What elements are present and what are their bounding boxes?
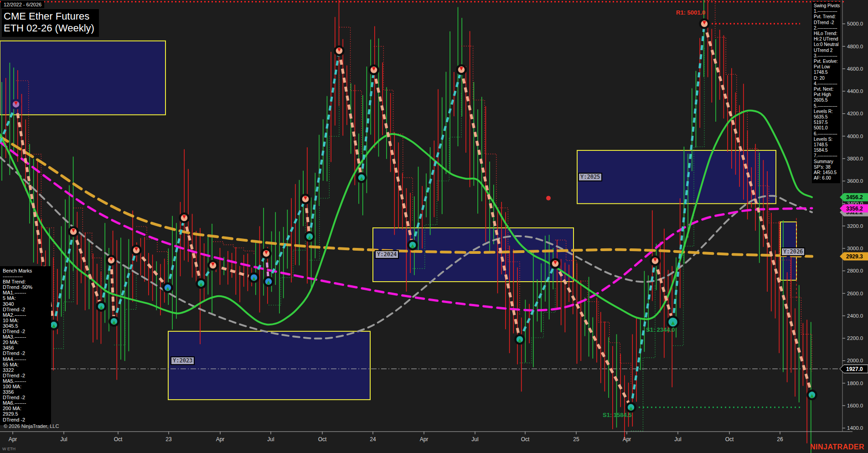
swing-pivots-line: AR: 1450.5 <box>814 170 840 175</box>
bench-marks-line: MA2.------- <box>3 312 51 318</box>
price-axis-tick-label: 5000.0 <box>847 21 863 26</box>
swing-pivots-line: Lo:0 Neutral <box>814 42 840 47</box>
price-axis-tick-label: 4000.0 <box>847 134 863 139</box>
bench-marks-line: 200 MA: <box>3 406 51 411</box>
bench-marks-line: 3456 <box>3 345 51 350</box>
price-axis-tick-label: 2000.0 <box>847 358 863 363</box>
swing-pivots-line: 2.------------- <box>814 26 840 31</box>
time-axis-tick-label: 24 <box>370 436 376 443</box>
copyright-watermark: © 2026 NinjaTrader, LLC <box>4 423 59 429</box>
time-axis-tick-label: 23 <box>165 436 172 443</box>
time-axis-tick-label: Apr <box>623 436 631 443</box>
instrument-name: CME Ether Futures <box>4 10 94 22</box>
bench-marks-line: 5 MA: <box>3 295 51 301</box>
price-tags-layer: 3322.23456.23356.22929.31927.0 <box>840 193 868 373</box>
chart-title: CME Ether Futures ETH 02-26 (Weekly) <box>2 9 99 37</box>
swing-pivots-line: Pvt Low <box>814 64 840 70</box>
year-marker-label: Y:2026 <box>781 247 805 256</box>
swing-pivots-line: 7.------------- <box>814 153 840 159</box>
price-axis-tick-label: 3600.0 <box>847 178 863 184</box>
bench-marks-line: MA3.------- <box>3 334 51 340</box>
price-axis-tick-label: 3800.0 <box>847 156 863 161</box>
bench-marks-line: DTrend -2 <box>3 329 51 334</box>
price-axis-tick-label: 4600.0 <box>847 66 863 72</box>
bench-marks-line: 3322 <box>3 367 51 373</box>
swing-pivots-line: Pvt. Next: <box>814 87 840 92</box>
price-axis-tick-label: 2600.0 <box>847 291 863 296</box>
bench-marks-line: DTrend -50% <box>3 284 51 290</box>
swing-pivots-line: AF: 6.00 <box>814 175 840 181</box>
year-box-Y2024 <box>373 228 574 282</box>
swing-pivots-line: Swing Pivots <box>814 3 840 9</box>
bench-marks-line: 3356 <box>3 389 51 395</box>
year-marker-label: Y:2024 <box>375 250 399 259</box>
resistance-r1-label: R1: 5001.0 <box>676 9 705 16</box>
bench-marks-line: 2929.5 <box>3 411 51 417</box>
contract-and-period: ETH 02-26 (Weekly) <box>4 22 94 34</box>
swing-pivots-line: 1.------------- <box>814 9 840 14</box>
bench-marks-line: MA6.------- <box>3 400 51 406</box>
bench-marks-line: 10 MA: <box>3 318 51 323</box>
bench-marks-line: Bench Marks <box>3 268 51 273</box>
price-axis-tick-label: 4800.0 <box>847 44 863 49</box>
swing-pivots-line: 1584.5 <box>814 148 840 153</box>
swing-pivots-line: Pvt. Evolve: <box>814 59 840 64</box>
price-axis-tick-label: 2200.0 <box>847 335 863 341</box>
time-axis-tick-label: Oct <box>114 436 123 443</box>
bench-marks-line: DTrend -2 <box>3 395 51 400</box>
swing-pivots-line: Hi:2 UTrend <box>814 36 840 42</box>
time-axis-tick-label: Oct <box>521 436 530 443</box>
time-axis-tick-label: Jul <box>60 436 67 443</box>
swing-pivots-line: 5001.0 <box>814 125 840 131</box>
time-axis-tick-label: 26 <box>777 436 783 443</box>
svg-text:2929.3: 2929.3 <box>846 253 863 260</box>
bench-marks-line: DTrend -2 <box>3 417 51 422</box>
year-marker-label: Y:2023 <box>170 356 195 365</box>
swing-pivots-line: 3.------------- <box>814 53 840 59</box>
price-axis-tick-label: 4200.0 <box>847 111 863 116</box>
time-axis-tick-label: Oct <box>318 436 327 443</box>
swing-pivots-line: 5197.5 <box>814 120 840 125</box>
price-axis-tick-label: 1600.0 <box>847 403 863 408</box>
time-axis-tick-label: 25 <box>573 436 579 443</box>
bench-marks-line: 3040 <box>3 301 51 307</box>
swing-pivots-line: SP's: 38 <box>814 165 840 170</box>
chart-date-range: 12/2022 - 6/2026 <box>1 1 44 8</box>
swing-pivots-line: 6.------------- <box>814 131 840 137</box>
bench-marks-line: DTrend -2 <box>3 350 51 356</box>
svg-text:3356.2: 3356.2 <box>846 206 863 212</box>
price-chart-canvas[interactable]: AprJulOct23AprJulOct24AprJulOct25AprJulO… <box>0 0 868 453</box>
swing-pivots-line: Levels R: <box>814 109 840 114</box>
swing-pivots-line: 5.------------- <box>814 103 840 109</box>
time-axis-tick-label: Jul <box>471 436 478 443</box>
ma-line-ma-20 <box>0 110 812 324</box>
swing-pivots-line: 4.------------- <box>814 81 840 87</box>
year-box-2022-partial <box>0 41 165 115</box>
bench-marks-line: ------------ <box>3 273 51 279</box>
support-s1-2344-label: S1: 2344.0 <box>646 326 675 333</box>
swing-pivots-line: 2605.5 <box>814 98 840 103</box>
bench-marks-line: 20 MA: <box>3 340 51 345</box>
bench-marks-line: 3045.5 <box>3 323 51 329</box>
price-axis-tick-label: 3200.0 <box>847 223 863 229</box>
swing-pivots-panel: Swing Pivots1.-------------Pvt. Trend:DT… <box>812 2 840 183</box>
swing-pivots-line: Pvt High <box>814 92 840 98</box>
price-axis-tick-label: 2800.0 <box>847 268 863 273</box>
support-s1-1584-label: S1: 1584.5 <box>603 412 632 418</box>
price-axis-tick-label: 1800.0 <box>847 381 863 386</box>
swing-pivots-line: DTrend -2 <box>814 20 840 26</box>
year-box-Y2025 <box>577 150 776 204</box>
swing-pivots-line: HiLo Trend: <box>814 31 840 36</box>
swing-pivots-line: 5635.5 <box>814 114 840 120</box>
swing-pivots-line: Levels S: <box>814 137 840 142</box>
price-axis-tick-label: 3000.0 <box>847 246 863 251</box>
ninjatrader-logo: NINJATRADER <box>810 443 864 451</box>
price-axis-tick-label: 4400.0 <box>847 88 863 94</box>
svg-text:1927.0: 1927.0 <box>846 366 863 372</box>
swing-pivots-line: UTrend 2 <box>814 48 840 53</box>
swing-pivots-line: Summary <box>814 159 840 165</box>
time-axis-tick-label: Apr <box>216 436 225 443</box>
swing-pivots-line: 1748.5 <box>814 70 840 75</box>
svg-text:3456.2: 3456.2 <box>846 194 863 201</box>
bench-marks-line: 100 MA: <box>3 384 51 389</box>
